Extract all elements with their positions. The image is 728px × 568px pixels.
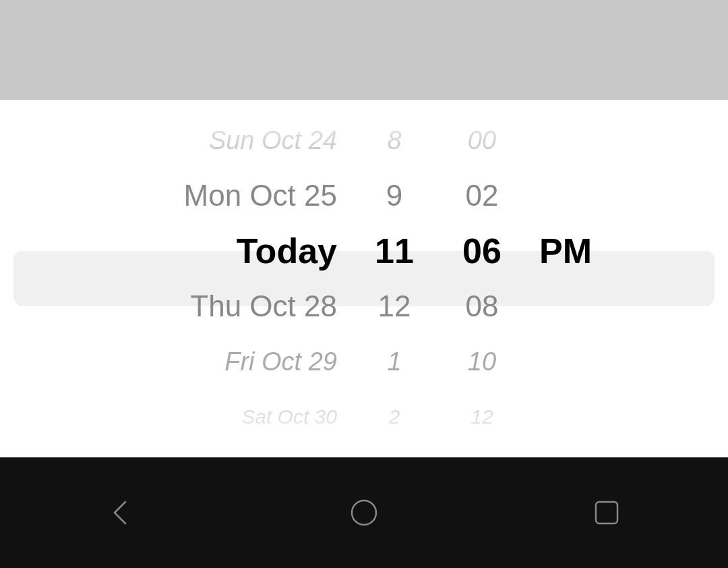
picker-rows: Sat Oct 23 7 58 Sun Oct 24 8 00 Mon Oct … — [0, 100, 728, 457]
picker-minute-col: 00 — [438, 126, 526, 155]
picker-row[interactable]: Sat Oct 23 7 58 — [0, 100, 728, 113]
home-icon — [346, 495, 382, 530]
picker-minute-col: 08 — [438, 289, 526, 323]
back-icon — [104, 495, 139, 530]
picker-date-col: Thu Oct 28 — [0, 289, 351, 323]
picker-row[interactable]: Sat Oct 30 2 12 — [0, 389, 728, 445]
picker-row[interactable]: Today 11 06 PM — [0, 223, 728, 279]
picker-date-col: Fri Oct 29 — [0, 347, 351, 376]
picker-hour-col: 11 — [351, 231, 438, 271]
picker-row[interactable]: Mon Oct 25 9 02 — [0, 168, 728, 223]
svg-point-0 — [352, 501, 376, 525]
picker-minute-col: 02 — [438, 179, 526, 212]
svg-rect-1 — [596, 502, 617, 523]
picker-date-col: Sat Oct 30 — [0, 405, 351, 428]
picker-minute-col: 06 — [438, 231, 526, 271]
picker-ampm-col: PM — [526, 231, 634, 271]
picker-hour-col: 2 — [351, 405, 438, 428]
picker-minute-col: 12 — [438, 405, 526, 428]
picker-date-col: Sun Oct 24 — [0, 126, 351, 155]
picker-row[interactable]: Sun Oct 24 8 00 — [0, 113, 728, 168]
recents-icon — [589, 495, 624, 530]
top-bar — [0, 0, 728, 100]
bottom-navigation — [0, 457, 728, 568]
picker-minute-col: 10 — [438, 347, 526, 376]
date-time-picker[interactable]: Sat Oct 23 7 58 Sun Oct 24 8 00 Mon Oct … — [0, 100, 728, 457]
picker-row[interactable]: Thu Oct 28 12 08 — [0, 279, 728, 334]
picker-hour-col: 8 — [351, 126, 438, 155]
picker-date-col: Today — [0, 231, 351, 271]
picker-row[interactable]: Sun Oct 31 3 14 — [0, 445, 728, 457]
recents-button[interactable] — [580, 486, 634, 540]
picker-date-col: Mon Oct 25 — [0, 179, 351, 212]
picker-hour-col: 9 — [351, 179, 438, 212]
back-button[interactable] — [94, 486, 148, 540]
picker-hour-col: 1 — [351, 347, 438, 376]
picker-row[interactable]: Fri Oct 29 1 10 — [0, 334, 728, 389]
picker-hour-col: 12 — [351, 289, 438, 323]
home-button[interactable] — [337, 486, 391, 540]
